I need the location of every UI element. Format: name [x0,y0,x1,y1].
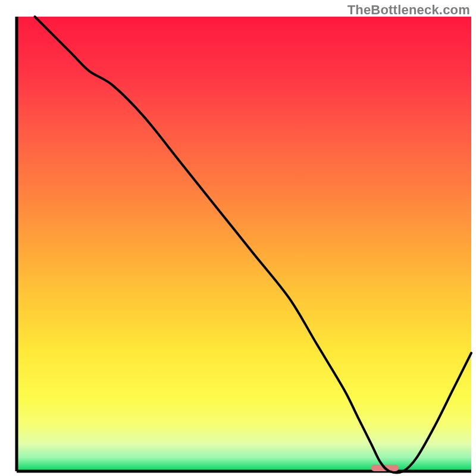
bottleneck-chart [0,0,476,476]
watermark-text: TheBottleneck.com [347,2,470,18]
gradient-background [17,17,471,471]
chart-container: TheBottleneck.com [0,0,476,476]
